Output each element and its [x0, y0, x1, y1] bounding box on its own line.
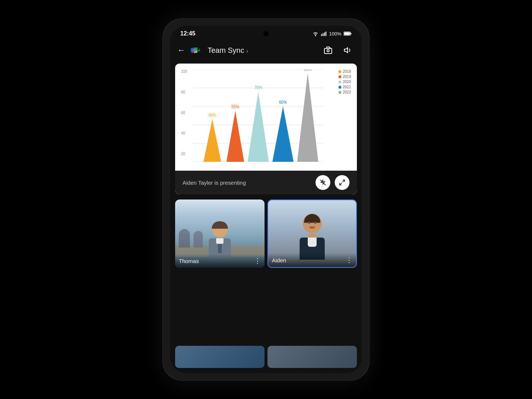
legend-label-2018: 2018 — [343, 69, 351, 74]
y-label-80: 80 — [181, 90, 187, 94]
legend-label-2019: 2019 — [343, 75, 351, 79]
meet-logo — [190, 44, 203, 57]
thomas-label: Thomas ⋮ — [175, 254, 265, 268]
legend-dot-2021 — [338, 86, 341, 89]
y-label-60: 60 — [181, 111, 187, 115]
title-chevron: › — [245, 48, 248, 54]
fullscreen-button[interactable] — [335, 175, 349, 190]
thomas-more-button[interactable]: ⋮ — [254, 257, 261, 265]
volume-button[interactable] — [341, 44, 355, 57]
svg-rect-1 — [323, 33, 323, 36]
title-text: Team Sync — [208, 46, 244, 54]
chart-y-labels: 100 80 60 40 20 — [181, 69, 187, 156]
svg-text:46%: 46% — [208, 113, 216, 118]
thomas-name: Thomas — [179, 258, 199, 264]
chart-legend: 2018 2019 2020 2021 — [338, 69, 351, 94]
legend-label-2021: 2021 — [343, 85, 351, 89]
mute-pointer-button[interactable] — [316, 175, 330, 190]
wifi-icon — [312, 31, 319, 36]
bottom-participants-row — [170, 343, 362, 373]
app-bar-actions — [321, 44, 355, 57]
svg-rect-5 — [351, 33, 351, 34]
app-bar: ← Team Sync › — [170, 40, 362, 61]
legend-2019: 2019 — [338, 75, 351, 79]
app-title: Team Sync › — [208, 46, 317, 55]
presenter-text: Aiden Tayler is presenting — [183, 180, 246, 186]
legend-dot-2022 — [338, 91, 341, 94]
svg-rect-6 — [344, 33, 350, 35]
svg-rect-2 — [324, 33, 325, 36]
bar-chart: 46% 55% 76% 60% 96% — [193, 69, 324, 162]
phone-frame: 12:45 100% — [163, 18, 369, 381]
back-button[interactable]: ← — [177, 45, 185, 55]
svg-text:96%: 96% — [304, 69, 311, 72]
legend-2022: 2022 — [338, 90, 351, 94]
bottom-card-1 — [175, 346, 265, 368]
svg-text:76%: 76% — [254, 85, 262, 90]
bar-2019 — [226, 111, 244, 162]
legend-dot-2020 — [338, 81, 341, 83]
status-icons: 100% — [312, 31, 352, 37]
presenting-actions — [316, 175, 349, 190]
legend-dot-2018 — [338, 70, 341, 73]
battery-text: 100% — [329, 31, 341, 37]
svg-text:60%: 60% — [279, 100, 287, 105]
y-label-20: 20 — [181, 152, 187, 156]
aiden-label: Aiden ⋮ — [268, 253, 356, 267]
bar-2022 — [297, 73, 318, 162]
aiden-more-button[interactable]: ⋮ — [346, 256, 352, 264]
bar-2021 — [272, 106, 293, 162]
presenting-bar: Aiden Tayler is presenting — [175, 171, 357, 194]
bottom-card-2 — [267, 346, 357, 368]
legend-2018: 2018 — [338, 69, 351, 74]
y-label-100: 100 — [181, 69, 187, 74]
participant-card-aiden: Aiden ⋮ — [267, 200, 357, 268]
chart-container: 100 80 60 40 20 — [175, 64, 357, 171]
signal-icon — [321, 31, 327, 36]
participant-card-thomas: Thomas ⋮ — [175, 200, 265, 268]
phone-screen: 12:45 100% — [170, 26, 362, 373]
svg-point-7 — [327, 50, 329, 52]
y-label-40: 40 — [181, 131, 187, 135]
presentation-area: 100 80 60 40 20 — [175, 64, 357, 194]
battery-icon — [344, 31, 352, 36]
legend-label-2022: 2022 — [343, 90, 351, 94]
svg-rect-3 — [325, 31, 326, 36]
participants-grid: Thomas ⋮ — [170, 194, 362, 343]
legend-label-2020: 2020 — [343, 80, 351, 84]
svg-text:55%: 55% — [231, 105, 239, 109]
aiden-name: Aiden — [272, 257, 286, 263]
legend-2020: 2020 — [338, 80, 351, 84]
legend-dot-2019 — [338, 75, 341, 78]
legend-2021: 2021 — [338, 85, 351, 89]
svg-rect-0 — [321, 34, 322, 36]
svg-marker-8 — [344, 48, 348, 53]
bar-2020 — [248, 92, 269, 162]
camera-notch — [263, 31, 269, 36]
status-time: 12:45 — [180, 30, 195, 37]
bar-2018 — [204, 119, 221, 162]
switch-camera-button[interactable] — [321, 44, 335, 57]
